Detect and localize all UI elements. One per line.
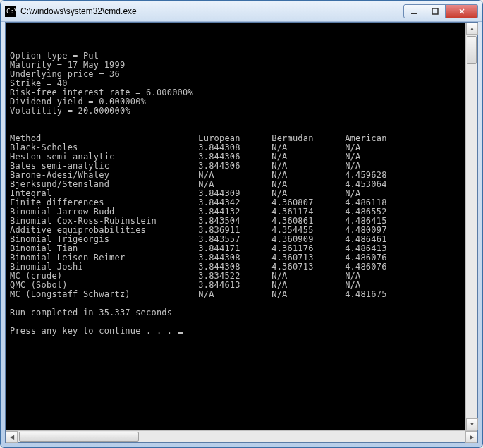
svg-text:C:\: C:\ bbox=[6, 8, 16, 15]
titlebar[interactable]: C:\ C:\windows\system32\cmd.exe bbox=[1, 1, 482, 22]
maximize-button[interactable] bbox=[424, 4, 446, 18]
vertical-scrollbar[interactable]: ▲ ▼ bbox=[465, 23, 477, 430]
scroll-left-button[interactable]: ◀ bbox=[6, 431, 18, 443]
text-cursor bbox=[178, 332, 183, 334]
window-controls bbox=[403, 4, 478, 18]
svg-rect-3 bbox=[411, 13, 417, 14]
client-area: Option type = Put Maturity = 17 May 1999… bbox=[5, 22, 478, 443]
cmd-icon: C:\ bbox=[5, 6, 16, 17]
horizontal-scrollbar[interactable]: ◀ ▶ bbox=[6, 430, 477, 442]
scroll-down-button[interactable]: ▼ bbox=[466, 418, 478, 430]
console-output[interactable]: Option type = Put Maturity = 17 May 1999… bbox=[6, 23, 477, 430]
scroll-up-button[interactable]: ▲ bbox=[466, 23, 478, 35]
command-prompt-window: C:\ C:\windows\system32\cmd.exe Option t… bbox=[0, 0, 483, 448]
svg-rect-4 bbox=[432, 8, 438, 14]
horizontal-scroll-track[interactable] bbox=[18, 431, 465, 442]
horizontal-scroll-thumb[interactable] bbox=[19, 432, 139, 442]
scroll-right-button[interactable]: ▶ bbox=[465, 431, 477, 443]
continue-prompt: Press any key to continue . . . bbox=[10, 326, 178, 336]
close-button[interactable] bbox=[446, 4, 478, 18]
vertical-scroll-thumb[interactable] bbox=[467, 36, 477, 64]
window-title: C:\windows\system32\cmd.exe bbox=[20, 6, 403, 16]
minimize-button[interactable] bbox=[403, 4, 424, 18]
vertical-scroll-track[interactable] bbox=[466, 35, 477, 418]
